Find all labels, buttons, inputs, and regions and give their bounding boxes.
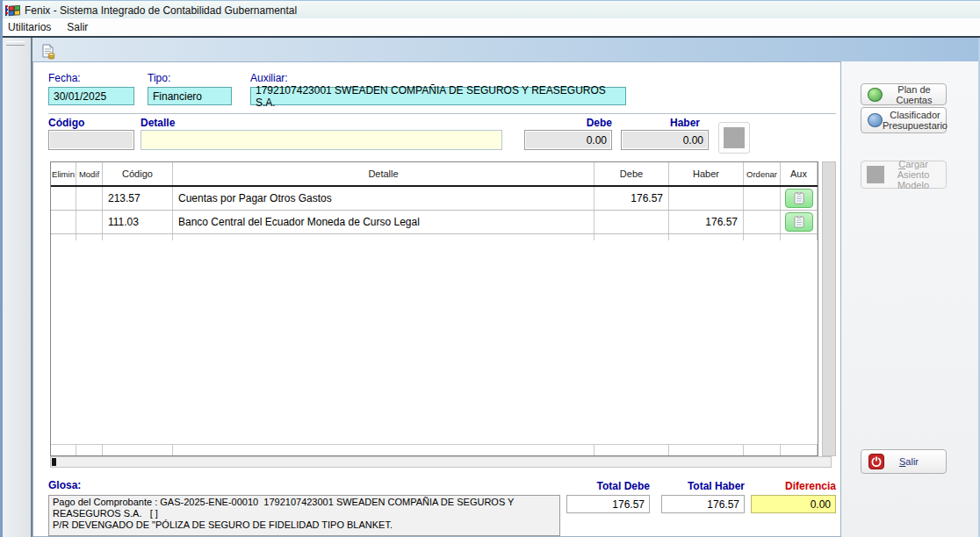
tipo-label: Tipo:: [148, 72, 170, 84]
debe-label: Debe: [565, 117, 612, 129]
clasificador-label: Clasificador Presupuestario: [883, 110, 953, 131]
aux-row-button[interactable]: [785, 189, 813, 208]
workspace: Fecha: 30/01/2025 Tipo: Financiero Auxil…: [0, 38, 980, 537]
salir-label: Salir: [884, 456, 946, 467]
cell-codigo: 111.03: [103, 211, 173, 233]
total-haber-label: Total Haber: [661, 480, 745, 492]
menu-item-salir[interactable]: Salir: [59, 19, 96, 35]
aux-detail-button[interactable]: [718, 122, 750, 154]
plan-de-cuentas-button[interactable]: Plan de Cuentas: [861, 83, 947, 105]
column-header-codigo[interactable]: Código: [103, 162, 173, 185]
table-row[interactable]: 213.57 Cuentas por Pagar Otros Gastos 17…: [51, 187, 818, 211]
column-header-haber[interactable]: Haber: [669, 162, 744, 185]
cell-elimin: [51, 211, 76, 233]
voucher-panel: Fecha: 30/01/2025 Tipo: Financiero Auxil…: [32, 61, 841, 537]
left-collapsed-panel: [0, 38, 32, 537]
plan-de-cuentas-label: Plan de Cuentas: [883, 84, 946, 105]
separator-line: [48, 113, 836, 114]
splitter-handle[interactable]: [6, 41, 25, 46]
gray-square-icon: [867, 166, 884, 183]
grid-bottom-row: [51, 444, 818, 455]
diferencia-value: 0.00: [751, 495, 836, 513]
cell-ordenar: [744, 211, 781, 233]
column-header-elimin[interactable]: Elimin: [51, 162, 76, 185]
menu-item-utilitarios[interactable]: Utilitarios: [0, 19, 59, 35]
horizontal-scrollbar[interactable]: [50, 456, 832, 468]
cell-aux: [781, 187, 818, 210]
cell-debe: [594, 211, 669, 233]
aux-row-button[interactable]: [785, 212, 813, 232]
cargar-asiento-label: Cargar Asiento Modelo: [884, 159, 946, 190]
entries-grid: Elimin Modif Código Detalle Debe Haber O…: [50, 161, 818, 456]
auxiliar-input[interactable]: 1792107423001 SWEADEN COMPAÑIA DE SEGURO…: [250, 87, 626, 105]
gray-square-icon: [724, 127, 745, 148]
clipboard-icon: [794, 216, 804, 228]
cell-debe: 176.57: [594, 187, 669, 210]
cell-modif: [76, 187, 103, 210]
fecha-input[interactable]: 30/01/2025: [48, 87, 134, 105]
title-bar: Fenix - Sistema Integrado de Contabilida…: [0, 0, 980, 19]
detalle-input[interactable]: [141, 130, 502, 150]
debe-input[interactable]: 0.00: [524, 130, 612, 150]
cell-elimin: [51, 187, 76, 210]
glosa-label: Glosa:: [48, 479, 81, 491]
auxiliar-label: Auxiliar:: [250, 72, 288, 84]
column-header-ordenar[interactable]: Ordenar: [744, 162, 781, 185]
column-header-debe[interactable]: Debe: [594, 162, 669, 185]
fecha-label: Fecha:: [48, 72, 81, 84]
actions-panel: Plan de Cuentas Clasificador Presupuesta…: [841, 61, 980, 537]
detalle-label: Detalle: [141, 117, 175, 129]
empty-row-stub: [51, 234, 818, 240]
cell-aux: [781, 211, 818, 233]
menu-bar: Utilitarios Salir: [0, 18, 980, 38]
tipo-input[interactable]: Financiero: [148, 87, 232, 105]
haber-input[interactable]: 0.00: [621, 130, 709, 150]
grid-header-row: Elimin Modif Código Detalle Debe Haber O…: [51, 162, 818, 187]
green-sphere-icon: [868, 88, 883, 102]
vertical-scrollbar[interactable]: [822, 161, 836, 456]
window-frame-left: [0, 0, 3, 537]
cell-codigo: 213.57: [103, 187, 173, 210]
codigo-input[interactable]: [48, 130, 134, 150]
cell-modif: [76, 211, 103, 233]
app-window: Fenix - Sistema Integrado de Contabilida…: [0, 0, 980, 537]
diferencia-label: Diferencia: [751, 480, 836, 492]
clipboard-icon: [794, 192, 804, 204]
document-coins-icon: [40, 44, 56, 60]
window-title: Fenix - Sistema Integrado de Contabilida…: [25, 4, 297, 17]
column-header-modif[interactable]: Modif: [76, 162, 103, 185]
codigo-label: Código: [48, 117, 84, 129]
cell-haber: 176.57: [669, 211, 744, 233]
cell-detalle: Banco Central del Ecuador Moneda de Curs…: [173, 211, 594, 233]
new-entry-button[interactable]: [39, 42, 58, 61]
column-header-detalle[interactable]: Detalle: [173, 162, 594, 185]
windows-logo-icon: [5, 4, 20, 17]
blue-sphere-icon: [868, 113, 883, 127]
horizontal-scrollbar-thumb[interactable]: [52, 458, 56, 466]
clasificador-presupuestario-button[interactable]: Clasificador Presupuestario: [861, 107, 947, 133]
column-header-aux[interactable]: Aux: [781, 162, 818, 185]
total-haber-value: 176.57: [661, 495, 745, 513]
haber-label: Haber: [652, 117, 700, 129]
cargar-asiento-modelo-button[interactable]: Cargar Asiento Modelo: [861, 161, 947, 189]
cell-detalle: Cuentas por Pagar Otros Gastos: [173, 187, 594, 210]
power-icon: [868, 454, 884, 469]
total-debe-label: Total Debe: [566, 480, 650, 492]
cell-haber: [669, 187, 744, 210]
salir-button[interactable]: Salir: [861, 449, 947, 474]
glosa-textarea[interactable]: Pago del Comprobante : GAS-2025-ENE-0001…: [48, 495, 560, 536]
cell-ordenar: [744, 187, 781, 210]
total-debe-value: 176.57: [566, 495, 650, 513]
table-row[interactable]: 111.03 Banco Central del Ecuador Moneda …: [51, 211, 818, 234]
